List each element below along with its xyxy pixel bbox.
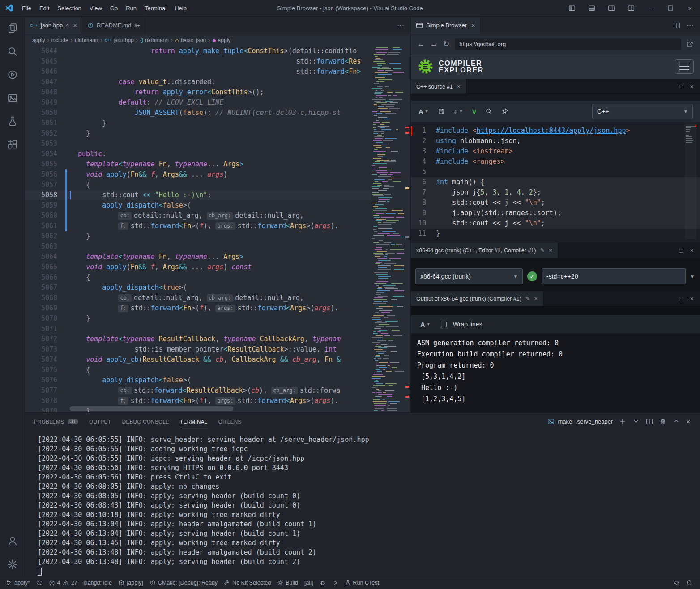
source-line-9[interactable]: 9 j.apply(std::ranges::sort); [411,208,700,218]
code-line-5064[interactable]: 5064 template<typename Fn, typename... A… [25,252,410,262]
code-editor[interactable]: 5044 return apply_make_tuple<ConstThis>(… [25,46,410,412]
code-line-5068[interactable]: 5068 cb:detail::null_arg, cb_arg:detail:… [25,293,410,303]
close-pane-icon[interactable]: × [690,247,694,254]
code-line-5056[interactable]: 5056 void apply(Fn&& f, Args&& ... args) [25,169,410,180]
code-line-5045[interactable]: 5045 std::forward<Res [25,56,410,67]
terminal-dropdown-icon[interactable] [632,418,640,425]
window-maximize-icon[interactable] [661,0,680,17]
kill-terminal-icon[interactable] [659,418,666,425]
menu-file[interactable]: File [18,0,35,17]
code-line-5048[interactable]: 5048 return apply_error<ConstThis>(); [25,87,410,97]
source-line-7[interactable]: 7 json j{5, 3, 1, 4, 2}; [411,187,700,198]
more-actions-icon[interactable]: ··· [397,21,404,30]
reload-icon[interactable]: ↻ [443,39,449,49]
panel-tab-terminal[interactable]: TERMINAL [175,413,213,430]
code-line-5060[interactable]: 5060 cb:detail::null_arg, cb_arg:detail:… [25,211,410,221]
code-line-5046[interactable]: 5046 std::forward<Fn> [25,67,410,77]
edit-icon[interactable]: ✎ [540,247,545,254]
save-button[interactable] [434,101,449,122]
maximize-pane-icon[interactable]: □ [679,295,683,302]
source-editor[interactable]: 1#include <https://localhost:8443/apply/… [411,122,700,243]
overview-ruler[interactable] [404,46,410,412]
new-terminal-icon[interactable] [619,418,626,425]
chevron-down-icon[interactable]: ▼ [690,274,696,279]
maximize-pane-icon[interactable]: □ [679,83,683,90]
code-line-5047[interactable]: 5047 case value_t::discarded: [25,77,410,87]
back-icon[interactable]: ← [417,40,425,49]
close-icon[interactable]: × [534,295,538,302]
minimap[interactable] [371,46,404,412]
code-line-5072[interactable]: 5072 template<typename ResultCallback, t… [25,334,410,344]
close-icon[interactable]: × [457,83,461,90]
activity-item-run-debug[interactable] [0,63,25,86]
code-line-5051[interactable]: 5051 } [25,118,410,128]
status-cmake-status[interactable]: CMake: [Debug]: Ready [146,576,221,589]
panel-tab-debug-console[interactable]: DEBUG CONSOLE [117,413,175,430]
code-line-5052[interactable]: 5052 } [25,128,410,139]
code-line-5050[interactable]: 5050 JSON_ASSERT(false); // NOLINT(cert-… [25,108,410,118]
activity-item-settings[interactable] [0,553,25,576]
code-line-5071[interactable]: 5071 [25,324,410,334]
language-select[interactable]: C++ ▼ [592,104,693,119]
code-line-5078[interactable]: 5078 f:std::forward<Fn>(f), args:std::fo… [25,396,410,406]
status-problems[interactable]: 427 [46,576,81,589]
source-line-3[interactable]: 3#include <iostream> [411,146,700,157]
status-cmake-build[interactable]: Build [274,576,301,589]
code-line-5076[interactable]: 5076 apply_dispatch<false>( [25,375,410,386]
activity-item-image-preview[interactable] [0,86,25,110]
source-line-1[interactable]: 1#include <https://localhost:8443/apply/… [411,126,700,136]
status-cmake-debug[interactable] [316,576,329,589]
horizontal-scrollbar[interactable] [70,406,233,411]
open-external-icon[interactable] [687,41,694,48]
code-line-5067[interactable]: 5067 apply_dispatch<true>( [25,283,410,293]
source-line-10[interactable]: 10 std::cout << j << "\n"; [411,218,700,229]
code-line-5070[interactable]: 5070 } [25,314,410,324]
font-size-button[interactable]: A▼ [414,101,433,122]
code-line-5077[interactable]: 5077 cb:std::forward<ResultCallback>(cb)… [25,386,410,396]
panel-tab-gitlens[interactable]: GITLENS [213,413,247,430]
maximize-pane-icon[interactable]: □ [679,247,683,254]
split-terminal-icon[interactable] [646,418,653,425]
output-pane-tab[interactable]: Output of x86-64 gcc (trunk) (Compiler #… [411,291,543,306]
close-panel-icon[interactable]: × [686,418,690,425]
source-line-5[interactable]: 5 [411,167,700,177]
code-line-5049[interactable]: 5049 default: // LCOV_EXCL_LINE [25,97,410,108]
code-line-5074[interactable]: 5074 void apply_cb(ResultCallback && cb,… [25,355,410,365]
window-close-icon[interactable]: × [680,0,700,17]
status-cmake-kit[interactable]: No Kit Selected [221,576,274,589]
activity-item-account[interactable] [0,530,25,553]
source-line-4[interactable]: 4#include <ranges> [411,157,700,167]
activity-item-extensions[interactable] [0,133,25,156]
close-tab-icon[interactable]: × [73,21,77,29]
edit-icon[interactable]: ✎ [525,295,530,302]
code-line-5062[interactable]: 5062 } [25,231,410,242]
menu-run[interactable]: Run [122,0,141,17]
code-line-5063[interactable]: 5063 [25,242,410,252]
menu-hamburger-icon[interactable] [675,59,694,74]
code-line-5061[interactable]: 5061 f:std::forward<Fn>(f), args:std::fo… [25,221,410,231]
activity-item-testing[interactable] [0,110,25,133]
compiler-options-input[interactable] [542,268,686,284]
source-line-2[interactable]: 2using nlohmann::json; [411,136,700,146]
layout-panel-icon[interactable] [582,0,602,17]
forward-icon[interactable]: → [430,40,438,49]
font-size-button[interactable]: A▼ [416,315,435,333]
status-sync[interactable] [33,576,46,589]
code-line-5055[interactable]: 5055 template<typename Fn, typename... A… [25,159,410,169]
editor-tab-README.md[interactable]: README.md9+ [82,17,145,34]
compiler-output[interactable]: ASM generation compiler returned: 0Execu… [411,333,700,412]
source-line-6[interactable]: 6int main() { [411,177,700,187]
breadcrumb-apply[interactable]: apply [32,37,45,43]
menu-help[interactable]: Help [171,0,191,17]
code-line-5059[interactable]: 5059 apply_dispatch<false>( [25,200,410,211]
code-line-5066[interactable]: 5066 { [25,272,410,283]
code-line-5044[interactable]: 5044 return apply_make_tuple<ConstThis>(… [25,46,410,56]
menu-terminal[interactable]: Terminal [141,0,171,17]
code-line-5065[interactable]: 5065 void apply(Fn&& f, Args&& ... args)… [25,262,410,272]
source-minimap[interactable] [685,124,696,239]
breadcrumb-include[interactable]: include [51,37,68,43]
window-minimize-icon[interactable] [641,0,661,17]
breadcrumb-json.hpp[interactable]: C++json.hpp [104,37,133,43]
menu-edit[interactable]: Edit [35,0,53,17]
status-cmake-target[interactable]: [all] [301,576,316,589]
